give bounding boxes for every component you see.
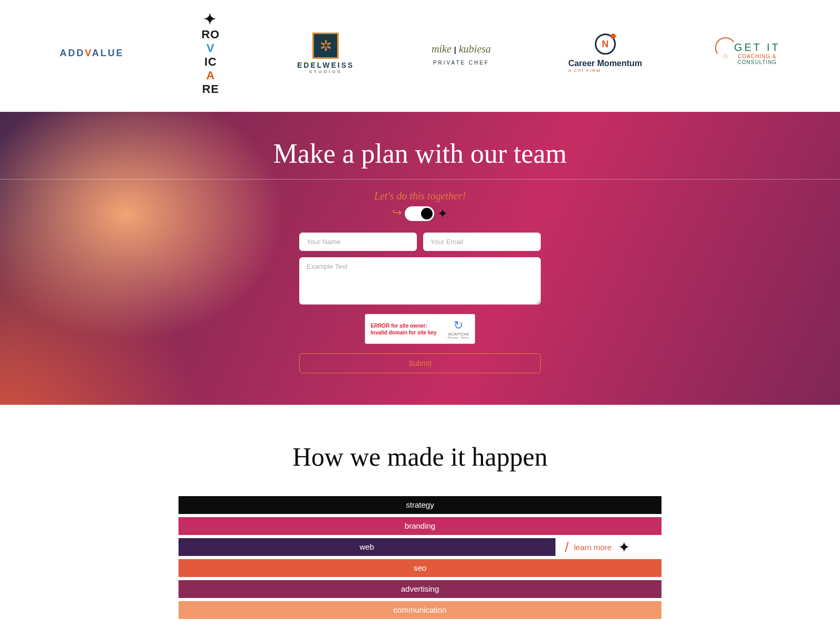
- contact-title: Make a plan with our team: [0, 138, 840, 169]
- name-input[interactable]: [299, 233, 417, 251]
- cm-icon: N: [595, 34, 616, 55]
- learn-more-text: learn more: [574, 543, 612, 552]
- contact-section: Make a plan with our team Let's do this …: [0, 112, 840, 405]
- recaptcha-terms[interactable]: Privacy - Terms: [448, 336, 469, 339]
- logo-text: Career Momentum: [568, 59, 642, 68]
- services-title: How we made it happen: [0, 442, 840, 472]
- sparkle-icon: ✦: [437, 206, 448, 221]
- learn-more-link[interactable]: / learn more ✦: [565, 538, 630, 556]
- contact-subtitle: Let's do this together!: [0, 190, 840, 202]
- lightbulb-icon: ☼: [721, 51, 729, 60]
- message-textarea[interactable]: [299, 257, 541, 304]
- recaptcha-label: reCAPTCHA: [448, 332, 469, 336]
- service-bar-branding[interactable]: branding: [178, 517, 662, 535]
- service-bar-communication[interactable]: communication: [178, 601, 662, 619]
- logo-subtext: PRIVATE CHEF: [433, 60, 489, 66]
- logo-addvalue: ADDVALUE: [60, 48, 124, 59]
- toggle-row: ↪ ✦: [0, 206, 840, 221]
- recaptcha-icon: ↻: [448, 319, 469, 332]
- service-bar-web[interactable]: web: [178, 538, 555, 556]
- logo-career-momentum: N Career Momentum A CPI FIRM: [568, 34, 642, 73]
- logo-kubiesa: mike | kubiesa PRIVATE CHEF: [432, 41, 491, 66]
- logo-edelweiss: ✲ EDELWEISS STUDIOS: [297, 33, 354, 74]
- service-bar-seo[interactable]: seo: [178, 559, 662, 577]
- logo-subtext: A CPI FIRM: [568, 68, 642, 73]
- mode-toggle[interactable]: [405, 206, 434, 221]
- service-bar-strategy[interactable]: strategy: [178, 496, 662, 514]
- logo-text: GET IT: [734, 41, 780, 54]
- slash-icon: /: [565, 539, 569, 555]
- logo-subtext: COACHING &: [738, 54, 776, 59]
- logo-subtext: CONSULTING: [738, 59, 777, 65]
- logo-rovicare: ✦ROVICARE: [202, 10, 220, 96]
- sparkle-icon: ✦: [204, 10, 216, 28]
- recaptcha-error: ERROR for site owner: Invalid domain for…: [371, 322, 437, 336]
- arrow-icon: ↪: [392, 206, 402, 219]
- services-list: strategy branding web / learn more ✦ seo…: [178, 496, 662, 619]
- recaptcha-widget[interactable]: ERROR for site owner: Invalid domain for…: [365, 314, 475, 344]
- email-input[interactable]: [423, 233, 541, 251]
- service-bar-advertising[interactable]: advertising: [178, 580, 662, 598]
- services-section: How we made it happen strategy branding …: [0, 405, 840, 630]
- submit-button[interactable]: Submit: [299, 353, 541, 373]
- logo-subtext: STUDIOS: [309, 69, 343, 74]
- contact-form: ERROR for site owner: Invalid domain for…: [299, 233, 541, 373]
- flower-icon: ✲: [312, 33, 339, 59]
- logo-text: EDELWEISS: [297, 61, 354, 69]
- logo-get-it: ☼ GET IT COACHING & CONSULTING: [719, 41, 780, 65]
- partner-logo-strip: ADDVALUE ✦ROVICARE ✲ EDELWEISS STUDIOS m…: [0, 0, 840, 112]
- sparkle-icon: ✦: [618, 539, 630, 556]
